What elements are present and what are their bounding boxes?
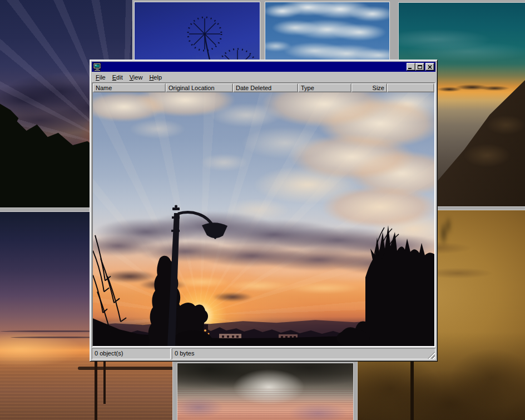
menu-edit[interactable]: Edit [109, 73, 126, 82]
minimize-icon [408, 68, 412, 69]
maximize-icon [418, 65, 422, 69]
menu-file[interactable]: File [92, 73, 109, 82]
column-header-date-deleted[interactable]: Date Deleted [233, 83, 298, 92]
menu-view[interactable]: View [126, 73, 146, 82]
minimize-button[interactable] [407, 63, 415, 71]
list-view: Name Original Location Date Deleted Type… [92, 82, 435, 347]
grass-silhouette [93, 235, 126, 334]
column-header-name[interactable]: Name [93, 83, 166, 92]
column-header-original-location[interactable]: Original Location [166, 83, 233, 92]
wallpaper-photo-water-reflection [177, 363, 354, 420]
shoreline [78, 367, 173, 370]
status-object-count: 0 object(s) [92, 348, 171, 359]
computer-icon[interactable] [93, 63, 102, 71]
column-header-filler[interactable] [387, 83, 434, 92]
right-trees-silhouette [336, 225, 434, 346]
recycle-bin-window: File Edit View Help Name Original Locati… [90, 60, 438, 362]
column-header-size[interactable]: Size [351, 83, 387, 92]
lake-pole [95, 359, 97, 420]
menu-help[interactable]: Help [146, 73, 165, 82]
window-titlebar[interactable] [92, 62, 435, 72]
status-byte-count: 0 bytes [172, 348, 435, 359]
blurred-tree-silhouette [434, 211, 458, 267]
close-icon [428, 65, 432, 69]
lake-pole [103, 359, 106, 404]
close-button[interactable] [425, 63, 434, 71]
water-ripples [177, 389, 353, 420]
titlebar-buttons [407, 63, 434, 71]
maximize-button[interactable] [415, 63, 424, 71]
lamp-head [202, 223, 227, 238]
silhouette-layer [93, 92, 434, 346]
cypress-silhouette [148, 256, 184, 346]
listview-background-sunset-photo [93, 92, 434, 346]
menu-bar: File Edit View Help [92, 72, 435, 82]
column-header-type[interactable]: Type [298, 83, 351, 92]
desktop: { "window": { "title": "", "menu": { "it… [0, 0, 525, 420]
column-header-row: Name Original Location Date Deleted Type… [93, 83, 434, 92]
status-bar: 0 object(s) 0 bytes [92, 348, 435, 359]
